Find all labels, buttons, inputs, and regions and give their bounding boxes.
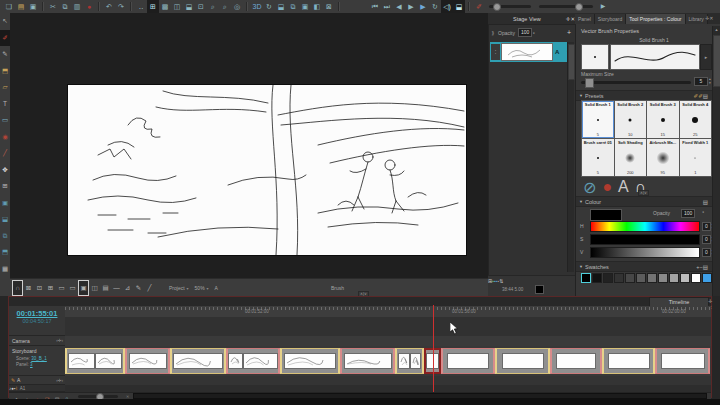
pencil-tool-icon[interactable]: ✎ — [0, 46, 10, 63]
brush-preset[interactable]: Fixed Width 11 — [680, 139, 712, 176]
panel-value-link[interactable]: 3 — [30, 362, 33, 367]
layer-visibility-icon[interactable]: ⁚ — [491, 44, 500, 60]
panel-thumbnail[interactable] — [503, 354, 543, 368]
opacity-slider[interactable] — [539, 5, 593, 8]
next-keyframe-icon[interactable]: › — [62, 338, 64, 343]
panel-thumbnail[interactable] — [130, 354, 166, 368]
panel-thumbnail[interactable] — [345, 354, 391, 368]
save-icon[interactable]: ▣ — [27, 0, 39, 13]
brush-preset[interactable]: Solid Brush 315 — [647, 101, 679, 138]
reset-view-icon[interactable]: ◎ — [231, 0, 243, 13]
field-grid-icon[interactable]: ⊞ — [45, 280, 56, 296]
brush-preset[interactable]: Airbrush Ma...95 — [647, 139, 679, 176]
storyboard-track-header[interactable]: Storyboard Scene: 30_B_1 Panel: 3 — [9, 346, 65, 376]
panel-thumbnail[interactable] — [244, 354, 277, 368]
paint-tool-icon[interactable]: ◉ — [0, 129, 10, 146]
colour-swatch[interactable] — [625, 273, 635, 283]
delete-panel-icon[interactable]: ⊠ — [323, 0, 335, 13]
create-panel-icon[interactable]: ⬓ — [275, 0, 287, 13]
storyboard-clip[interactable] — [280, 348, 340, 374]
layer-row-selected[interactable]: ⁚ A ⇅ — [490, 42, 573, 62]
undo-icon[interactable]: ↶ — [103, 0, 115, 13]
panel-thumbnail[interactable] — [229, 354, 242, 368]
stamp-tool-icon[interactable]: ⬒ — [0, 63, 10, 80]
scroll-up-icon[interactable]: ▲ — [713, 26, 720, 33]
colour-swatch[interactable] — [603, 273, 613, 283]
grid-icon[interactable]: ▩ — [159, 0, 171, 13]
zoom-reset-icon[interactable]: ✕ — [126, 394, 129, 399]
light-table-icon[interactable]: ⊞ — [147, 0, 159, 13]
colour-menu-icon[interactable]: ▤ — [703, 199, 708, 205]
split-view-icon[interactable]: ◫ — [89, 280, 100, 296]
panel-scrollbar-thumb[interactable] — [713, 35, 720, 87]
opacity-slider-knob[interactable] — [575, 3, 583, 11]
layer-thumbnail[interactable] — [502, 44, 552, 60]
storyboard-clip[interactable] — [170, 348, 226, 374]
brush-preset[interactable]: Solid Brush 425 — [680, 101, 712, 138]
zoom-out-icon[interactable]: ⌕ — [219, 0, 231, 13]
frame-all-icon[interactable]: ▭ — [67, 280, 78, 296]
prev-frame-icon[interactable]: ◀ — [393, 0, 405, 13]
brush-preset[interactable]: Brush carré 055 — [582, 139, 614, 176]
max-size-stepper[interactable]: ▴▾ — [709, 77, 711, 85]
split-panel-icon[interactable]: ◧ — [311, 0, 323, 13]
new-panel-icon[interactable]: ▣ — [0, 195, 10, 212]
swatches-section-header[interactable]: ▼ Swatches +−▤ — [576, 261, 716, 272]
brush-tool-icon[interactable]: ✐ — [0, 30, 10, 47]
auto-flatten-icon[interactable]: A — [618, 178, 629, 197]
storyboard-clip[interactable] — [495, 348, 550, 374]
storyboard-clip[interactable] — [441, 348, 495, 374]
show-strokes-icon[interactable]: ‥ — [135, 0, 147, 13]
3d-icon[interactable]: 3D — [251, 0, 263, 13]
new-scene-icon[interactable]: ▣ — [299, 0, 311, 13]
solid-colour-icon[interactable]: ● — [602, 178, 612, 197]
brush-preset[interactable]: Solid Brush 210 — [615, 101, 647, 138]
panel-thumbnail[interactable] — [411, 354, 420, 368]
smart-add-icon[interactable]: ⬓ — [0, 211, 10, 228]
no-colour-icon[interactable]: ⊘ — [583, 178, 596, 197]
expand-icon[interactable]: ⟫ — [488, 30, 498, 36]
storyboard-clip[interactable] — [602, 348, 655, 374]
paste-icon[interactable]: ▥ — [71, 0, 83, 13]
hue-value[interactable]: 0 — [702, 222, 711, 231]
brush-tool-icon[interactable]: ✐ — [473, 0, 485, 13]
slash-icon[interactable]: ╱ — [144, 280, 155, 296]
hand-tool-icon[interactable]: ✥ — [0, 162, 10, 179]
import-icon[interactable]: ⧉ — [0, 228, 10, 245]
eraser-tool-icon[interactable]: ▱ — [0, 79, 10, 96]
rectangle-tool-icon[interactable]: ▭ — [0, 112, 10, 129]
play-icon[interactable]: ▶ — [417, 0, 429, 13]
saturation-bar[interactable] — [590, 234, 700, 245]
zoom-in-icon[interactable]: ⌕ — [207, 0, 219, 13]
colour-swatch[interactable] — [581, 273, 591, 283]
saturation-value[interactable]: 0 — [702, 235, 711, 244]
minus-icon[interactable]: — — [111, 280, 122, 296]
sound-icon[interactable]: ◁) — [441, 0, 453, 13]
slider-play-icon[interactable]: ▶ — [597, 0, 609, 13]
max-size-value[interactable]: 5 — [694, 77, 708, 86]
panel-thumbnail[interactable] — [96, 354, 121, 368]
colour-opacity-value[interactable]: 100 — [681, 209, 695, 218]
colour-swatch[interactable] — [680, 273, 690, 283]
capture-icon[interactable]: ⬒ — [0, 244, 10, 261]
new-icon[interactable]: ❏ — [3, 0, 15, 13]
scroll-layers-icon[interactable]: ⇅ — [499, 278, 503, 284]
multi-wheel-icon[interactable]: ⊞ — [0, 178, 10, 195]
close-icon[interactable]: ✕ — [709, 15, 713, 21]
cut-icon[interactable]: ✂ — [47, 0, 59, 13]
no-grid-icon[interactable]: ⊠ — [23, 280, 34, 296]
next-drawing-icon[interactable]: › — [62, 378, 64, 383]
angle-icon[interactable]: ⊿ — [122, 280, 133, 296]
text-tool-icon[interactable]: T — [0, 96, 10, 113]
storyboard-clip[interactable] — [226, 348, 280, 374]
camera-track-header[interactable]: Camera ‹✛› — [9, 336, 65, 346]
size-slider[interactable] — [489, 5, 531, 8]
panel-thumbnail[interactable] — [69, 354, 94, 368]
scene-value-link[interactable]: 30_B_1 — [31, 356, 47, 361]
trash-icon[interactable]: ▦ — [0, 261, 10, 278]
colour-swatch[interactable] — [658, 273, 668, 283]
panel-thumbnail[interactable] — [609, 354, 649, 368]
tab-tool-properties-colour[interactable]: Tool Properties : Colour — [626, 14, 685, 24]
ratio-icon[interactable]: ▭ — [56, 280, 67, 296]
first-frame-icon[interactable]: ⏮ — [369, 0, 381, 13]
